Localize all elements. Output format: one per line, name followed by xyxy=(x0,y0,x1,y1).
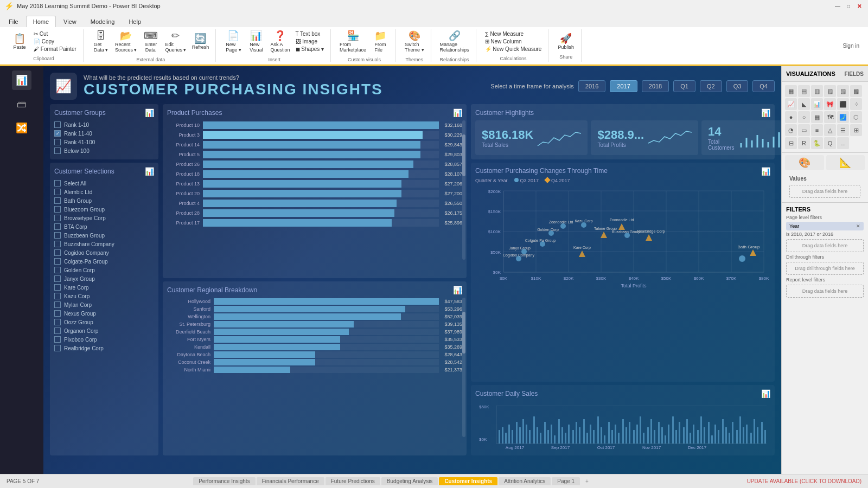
nav-data-icon[interactable]: 🗃 xyxy=(12,94,31,114)
viz-table[interactable]: ⊞ xyxy=(850,124,862,136)
new-quick-measure-button[interactable]: ⚡ New Quick Measure xyxy=(483,46,544,53)
time-btn-q2[interactable]: Q2 xyxy=(700,80,722,92)
group-below-100[interactable]: Below 100 xyxy=(54,146,154,155)
shapes-button[interactable]: ◼ Shapes ▾ xyxy=(293,46,326,53)
tab-performance-insights[interactable]: Performance Insights xyxy=(193,477,256,485)
viz-donut[interactable]: ○ xyxy=(798,111,810,123)
viz-treemap[interactable]: ▦ xyxy=(811,111,823,123)
cb-rank-11-40[interactable] xyxy=(54,130,61,137)
report-filter-drag[interactable]: Drag data fields here xyxy=(786,285,864,298)
group-rank-41-100[interactable]: Rank 41-100 xyxy=(54,138,154,146)
new-column-button[interactable]: ⊞ New Column xyxy=(483,38,544,45)
sel-colgate[interactable]: Colgate-Pa Group xyxy=(54,257,154,266)
format-pane-icon[interactable]: 🎨 xyxy=(785,155,824,170)
viz-slicer[interactable]: ☰ xyxy=(837,124,849,136)
viz-multirow[interactable]: ≡ xyxy=(811,124,823,136)
viz-r[interactable]: R xyxy=(798,137,810,149)
filter-close-icon[interactable]: ✕ xyxy=(856,223,860,229)
sel-organon[interactable]: Organon Corp xyxy=(54,326,154,335)
viz-waterfall[interactable]: ⬛ xyxy=(837,98,849,110)
viz-100-col[interactable]: ▩ xyxy=(850,85,862,97)
group-rank-11-40[interactable]: Rank 11-40 xyxy=(54,129,154,138)
viz-stacked-bar[interactable]: ▦ xyxy=(785,85,797,97)
viz-funnel[interactable]: ⬡ xyxy=(850,111,862,123)
tab-add-btn[interactable]: + xyxy=(581,477,593,485)
refresh-button[interactable]: 🔄Refresh xyxy=(189,31,211,51)
ask-question-button[interactable]: ❓Ask AQuestion xyxy=(268,29,292,54)
time-btn-q3[interactable]: Q3 xyxy=(726,80,749,92)
nav-model-icon[interactable]: 🔀 xyxy=(12,118,31,138)
edit-queries-button[interactable]: ✏EditQueries ▾ xyxy=(163,29,188,54)
new-measure-button[interactable]: ∑ New Measure xyxy=(483,30,544,37)
tab-help[interactable]: Help xyxy=(122,16,148,27)
from-file-button[interactable]: 📁FromFile xyxy=(369,29,391,54)
cb-rank-41-100[interactable] xyxy=(54,139,61,145)
viz-area[interactable]: ◣ xyxy=(798,98,810,110)
viz-clustered-col[interactable]: ▧ xyxy=(837,85,849,97)
paste-button[interactable]: 📋Paste xyxy=(9,31,30,51)
get-data-button[interactable]: 🗄GetData ▾ xyxy=(90,29,112,54)
maximize-btn[interactable]: □ xyxy=(844,2,853,10)
tab-budgeting-analysis[interactable]: Budgeting Analysis xyxy=(381,477,438,485)
time-btn-2017[interactable]: 2017 xyxy=(610,80,637,92)
daily-sales-expand-icon[interactable]: 📊 xyxy=(761,389,770,398)
sel-buzzshare[interactable]: Buzzshare Company xyxy=(54,240,154,248)
time-btn-q1[interactable]: Q1 xyxy=(673,80,695,92)
viz-more[interactable]: … xyxy=(837,137,849,149)
new-visual-button[interactable]: 📊NewVisual xyxy=(245,29,267,54)
close-btn[interactable]: ✕ xyxy=(855,2,864,10)
group-rank-1-10[interactable]: Rank 1-10 xyxy=(54,120,154,129)
tab-customer-insights[interactable]: Customer Insights xyxy=(439,477,497,485)
tab-view[interactable]: View xyxy=(57,16,83,27)
new-page-button[interactable]: 📄NewPage ▾ xyxy=(222,29,244,54)
switch-theme-button[interactable]: 🎨SwitchTheme ▾ xyxy=(403,29,426,54)
time-btn-2018[interactable]: 2018 xyxy=(642,80,669,92)
viz-scatter[interactable]: ⁘ xyxy=(850,98,862,110)
sel-cogidoo[interactable]: Cogidoo Company xyxy=(54,248,154,257)
viz-pie[interactable]: ● xyxy=(785,111,797,123)
year-filter[interactable]: Year ✕ xyxy=(786,222,864,230)
sel-alembic[interactable]: Alembic Ltd xyxy=(54,188,154,196)
sel-janyx[interactable]: Janyx Group xyxy=(54,274,154,283)
sel-browsetype[interactable]: Browsetype Corp xyxy=(54,214,154,222)
viz-kpi[interactable]: △ xyxy=(824,124,836,136)
time-btn-q4[interactable]: Q4 xyxy=(752,80,775,92)
tab-file[interactable]: File xyxy=(2,16,25,27)
sel-pixoboo[interactable]: Pixoboo Corp xyxy=(54,335,154,344)
viz-python[interactable]: 🐍 xyxy=(811,137,823,149)
fields-label[interactable]: FIELDS xyxy=(844,71,864,77)
viz-map[interactable]: 🗺 xyxy=(824,111,836,123)
textbox-button[interactable]: T Text box xyxy=(293,30,326,37)
viz-filled-map[interactable]: 🗾 xyxy=(837,111,849,123)
cb-rank-1-10[interactable] xyxy=(54,121,61,128)
sel-bluezoom[interactable]: Bluezoom Group xyxy=(54,205,154,214)
format-painter-button[interactable]: 🖌 Format Painter xyxy=(31,46,79,53)
tab-future-predictions[interactable]: Future Predictions xyxy=(326,477,380,485)
viz-gauge[interactable]: ◔ xyxy=(785,124,797,136)
tab-attrition-analytics[interactable]: Attrition Analytics xyxy=(499,477,551,485)
viz-qna[interactable]: Q xyxy=(824,137,836,149)
viz-ribbon[interactable]: 🎀 xyxy=(824,98,836,110)
viz-line-col[interactable]: 📊 xyxy=(811,98,823,110)
sel-oozz[interactable]: Oozz Group xyxy=(54,318,154,326)
analytics-pane-icon[interactable]: 📐 xyxy=(826,155,865,170)
copy-button[interactable]: 📄 Copy xyxy=(31,38,79,45)
drillthrough-drag[interactable]: Drag drillthrough fields here xyxy=(786,262,864,275)
sel-kare[interactable]: Kare Corp xyxy=(54,283,154,292)
cb-below-100[interactable] xyxy=(54,147,61,154)
publish-button[interactable]: 🚀Publish xyxy=(555,31,577,51)
minimize-btn[interactable]: — xyxy=(833,2,842,10)
sel-bta[interactable]: BTA Corp xyxy=(54,222,154,231)
viz-clustered-bar[interactable]: ▤ xyxy=(798,85,810,97)
tab-page-1[interactable]: Page 1 xyxy=(552,477,580,485)
sel-nexus[interactable]: Nexus Group xyxy=(54,309,154,318)
sel-kazu[interactable]: Kazu Corp xyxy=(54,292,154,300)
viz-100-bar[interactable]: ▥ xyxy=(811,85,823,97)
scatter-expand-icon[interactable]: 📊 xyxy=(761,167,770,176)
image-button[interactable]: 🖼 Image xyxy=(293,38,326,45)
sel-mylan[interactable]: Mylan Corp xyxy=(54,300,154,309)
tab-financials-performance[interactable]: Financials Performance xyxy=(257,477,324,485)
recent-sources-button[interactable]: 📂RecentSources ▾ xyxy=(113,29,139,54)
page-filter-drag[interactable]: Drag data fields here xyxy=(786,239,864,252)
viz-matrix[interactable]: ⊟ xyxy=(785,137,797,149)
